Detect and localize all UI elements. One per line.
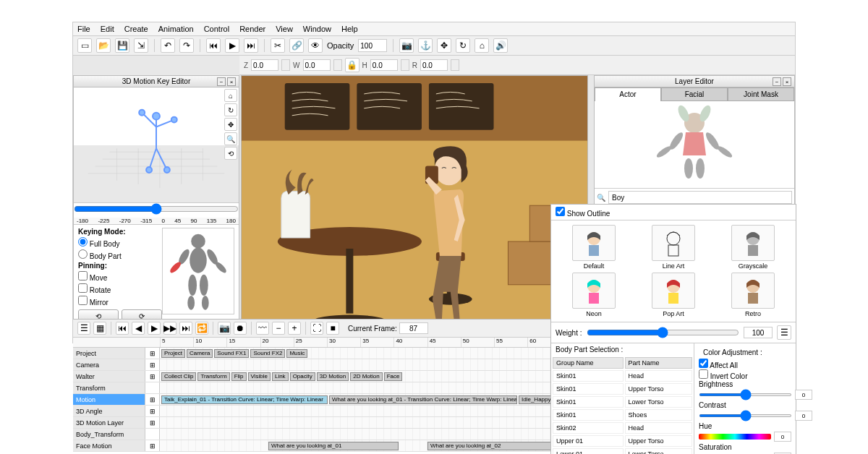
- list-icon[interactable]: ☰: [777, 325, 791, 340]
- eye-icon[interactable]: 👁: [308, 38, 323, 53]
- tab-joint-mask[interactable]: Joint Mask: [728, 87, 794, 101]
- filter-icon[interactable]: ▦: [93, 322, 106, 335]
- table-row[interactable]: Lower 01Lower Torso: [553, 448, 692, 454]
- tl-prev-icon[interactable]: ◀: [132, 322, 145, 335]
- panel-min-icon[interactable]: −: [773, 77, 781, 86]
- menu-view[interactable]: View: [276, 25, 293, 33]
- tl-curve-icon[interactable]: 〰: [256, 322, 269, 335]
- tl-play-icon[interactable]: ▶: [148, 322, 161, 335]
- w-input[interactable]: [303, 59, 331, 71]
- home-icon[interactable]: ⌂: [475, 38, 489, 53]
- track-3d-motion-layer[interactable]: 3D Motion Layer: [73, 417, 145, 428]
- tl-zoomin-icon[interactable]: +: [288, 322, 301, 335]
- tl-fit-icon[interactable]: ⛶: [310, 322, 323, 335]
- clip[interactable]: 3D Motion: [317, 372, 349, 381]
- menu-render[interactable]: Render: [239, 25, 265, 33]
- move-icon[interactable]: ✥: [437, 38, 451, 53]
- menu-control[interactable]: Control: [204, 25, 229, 33]
- tl-loop-icon[interactable]: 🔁: [195, 322, 208, 335]
- clip[interactable]: 2D Motion: [350, 372, 382, 381]
- style-thumb-lineart[interactable]: [652, 225, 695, 261]
- clip[interactable]: Face: [384, 372, 403, 381]
- menu-file[interactable]: File: [77, 25, 90, 33]
- home-view-icon[interactable]: ⌂: [224, 89, 237, 102]
- tl-zoomout-icon[interactable]: −: [272, 322, 285, 335]
- style-thumb-grayscale[interactable]: [731, 225, 775, 261]
- track-transform[interactable]: Transform: [73, 382, 145, 393]
- clip[interactable]: Collect Clip: [161, 372, 196, 381]
- clip[interactable]: Talk_Explain_01 - Transition Curve: Line…: [161, 395, 328, 404]
- new-icon[interactable]: ▭: [77, 38, 92, 53]
- play-icon[interactable]: ▶: [225, 38, 239, 53]
- track-project[interactable]: Project: [73, 348, 145, 359]
- style-thumb-popart[interactable]: [652, 273, 695, 309]
- clip[interactable]: Sound FX1: [214, 349, 249, 358]
- tab-actor[interactable]: Actor: [595, 87, 661, 101]
- body-part-radio[interactable]: Body Part: [78, 249, 162, 260]
- invert-check[interactable]: Invert Color: [699, 372, 747, 380]
- table-row[interactable]: Skin01Upper Torso: [553, 383, 692, 395]
- affect-all-check[interactable]: Affect All: [699, 361, 738, 369]
- track-camera[interactable]: Camera: [73, 359, 145, 370]
- style-thumb-default[interactable]: [572, 225, 616, 261]
- track-motion[interactable]: Motion: [73, 394, 145, 405]
- move-check[interactable]: Move: [78, 271, 162, 282]
- current-frame-input[interactable]: [399, 322, 428, 334]
- mirror-check[interactable]: Mirror: [78, 296, 162, 307]
- tl-next-icon[interactable]: ▶▶: [163, 322, 176, 335]
- clip[interactable]: What are you looking at_01: [268, 442, 399, 450]
- style-thumb-neon[interactable]: [572, 273, 616, 309]
- brightness-value[interactable]: [795, 390, 812, 400]
- redo-icon[interactable]: ↷: [179, 38, 194, 53]
- col-part[interactable]: Part Name: [625, 357, 692, 369]
- col-group[interactable]: Group Name: [553, 357, 624, 369]
- tl-start-icon[interactable]: ⏮: [116, 322, 129, 335]
- clip[interactable]: Transform: [197, 372, 229, 381]
- angle-slider[interactable]: [74, 203, 239, 215]
- menu-edit[interactable]: Edit: [101, 25, 114, 33]
- table-row[interactable]: Skin01Lower Torso: [553, 396, 692, 408]
- search-input[interactable]: [608, 191, 792, 204]
- menu-create[interactable]: Create: [124, 25, 148, 33]
- panel-close-icon[interactable]: ×: [783, 77, 791, 86]
- clip[interactable]: What are you looking at_02: [427, 442, 558, 450]
- zoom-view-icon[interactable]: 🔍: [224, 132, 237, 145]
- clip[interactable]: Project: [161, 349, 185, 358]
- track-face-motion[interactable]: Face Motion: [73, 440, 145, 451]
- table-row[interactable]: Upper 01Upper Torso: [553, 435, 692, 447]
- lock-icon[interactable]: 🔒: [345, 58, 359, 72]
- undo-icon[interactable]: ↶: [161, 38, 175, 53]
- puppet-view[interactable]: [162, 228, 234, 314]
- track-walter[interactable]: Walter: [73, 371, 145, 382]
- open-icon[interactable]: 📂: [96, 38, 111, 53]
- hue-value[interactable]: [774, 432, 791, 442]
- camera-icon[interactable]: 📷: [399, 38, 414, 53]
- link-icon[interactable]: 🔗: [289, 38, 304, 53]
- table-row[interactable]: Skin02Head: [553, 422, 692, 434]
- z-input[interactable]: [251, 59, 278, 71]
- contrast-value[interactable]: [795, 411, 812, 421]
- sound-icon[interactable]: 🔊: [493, 38, 508, 53]
- track-3d-angle[interactable]: 3D Angle: [73, 406, 145, 416]
- list-icon[interactable]: ☰: [77, 322, 90, 335]
- table-row[interactable]: Skin01Shoes: [553, 409, 692, 421]
- weight-slider[interactable]: [587, 327, 740, 338]
- panel-close-icon[interactable]: ×: [227, 77, 236, 86]
- play-start-icon[interactable]: ⏮: [206, 38, 221, 53]
- viewport-3d[interactable]: ⌂ ↻ ✥ 🔍 ⟲: [74, 87, 239, 203]
- clip[interactable]: Sound FX2: [250, 349, 285, 358]
- rotate-icon[interactable]: ↻: [456, 38, 470, 53]
- rotate-view-icon[interactable]: ↻: [224, 103, 237, 116]
- table-row[interactable]: Skin01Head: [553, 370, 692, 382]
- clip[interactable]: What are you looking at_01 - Transition …: [329, 395, 517, 404]
- clip[interactable]: Camera: [187, 349, 213, 358]
- style-thumb-retro[interactable]: [731, 273, 775, 309]
- tl-end-icon[interactable]: ⏭: [179, 322, 192, 335]
- contrast-slider[interactable]: [699, 414, 792, 417]
- full-body-radio[interactable]: Full Body: [78, 237, 162, 248]
- pan-view-icon[interactable]: ✥: [224, 118, 237, 131]
- reset-view-icon[interactable]: ⟲: [224, 147, 237, 160]
- menu-window[interactable]: Window: [303, 25, 331, 33]
- clip[interactable]: Opacity: [290, 372, 315, 381]
- layer-mannequin[interactable]: [595, 101, 794, 188]
